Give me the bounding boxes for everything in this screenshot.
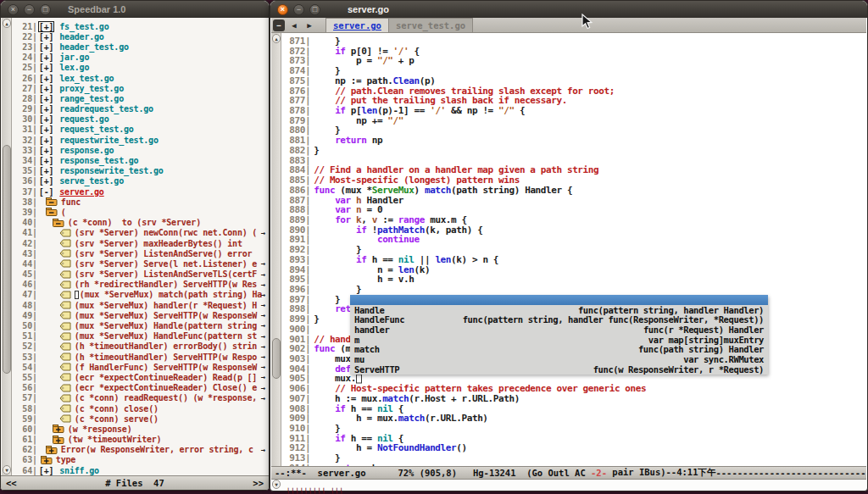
speedbar-file-label[interactable]: fs_test.go — [59, 22, 108, 31]
speedbar-tag-label[interactable]: (c *conn) serve() — [75, 414, 159, 424]
speedbar-row[interactable]: 23|[+]header_test.go — [14, 42, 266, 52]
speedbar-file-label[interactable]: header.go — [59, 32, 103, 42]
tag-icon[interactable] — [59, 414, 71, 423]
speedbar-titlebar[interactable]: × − □ Speedbar 1.0 — [1, 1, 269, 18]
speedbar-row[interactable]: 64|[+]sniff.go — [14, 465, 266, 475]
speedbar-tag-label[interactable]: (mux *ServeMux) match(path string) Ha — [80, 290, 262, 299]
tag-icon[interactable] — [59, 332, 71, 341]
expand-icon[interactable]: [+] — [39, 104, 56, 114]
tag-icon[interactable] — [59, 239, 71, 247]
speedbar-row[interactable]: 30|[+]request.go — [14, 114, 266, 125]
speedbar-tag-label[interactable]: Error(w ResponseWriter, error string, c — [61, 445, 253, 454]
tag-icon[interactable] — [59, 311, 71, 319]
speedbar-tag-label[interactable]: (srv *Server) newConn(rwc net.Conn) ( — [75, 228, 257, 237]
speedbar-row[interactable]: 37|[-]server.go — [14, 186, 266, 197]
speedbar-tag-label[interactable]: (ecr *expectContinueReader) Close() e — [75, 383, 257, 392]
expand-icon[interactable]: [+] — [39, 125, 56, 134]
speedbar-tag-label[interactable]: (srv *Server) ListenAndServeTLS(certF — [75, 269, 257, 279]
speedbar-row[interactable]: 51|(mux *ServeMux) HandleFunc(pattern st… — [14, 331, 266, 341]
speedbar-row[interactable]: 34|[+]response_test.go — [14, 155, 266, 165]
editor-titlebar[interactable]: × − □ server.go — [270, 1, 867, 18]
speedbar-row[interactable]: 32|[+]requestwrite_test.go — [14, 135, 266, 145]
expand-icon[interactable]: [+] — [39, 94, 56, 103]
speedbar-file-label[interactable]: request.go — [59, 114, 108, 124]
tag-icon[interactable] — [59, 322, 71, 330]
tag-icon[interactable] — [59, 394, 71, 402]
code-line[interactable]: 910| } — [282, 424, 866, 434]
code-line[interactable]: 896| } — [282, 285, 866, 295]
speedbar-row[interactable]: 52|(h *timeoutHandler) errorBody() strin… — [14, 341, 266, 352]
speedbar-row[interactable]: 49|(mux *ServeMux) ServeHTTP(w ResponseW… — [14, 310, 266, 320]
expand-icon[interactable]: [+] — [39, 176, 56, 186]
speedbar-row[interactable]: 28|[+]range_test.go — [14, 93, 266, 103]
speedbar-file-label[interactable]: lex.go — [59, 63, 89, 72]
tag-icon[interactable] — [59, 259, 71, 268]
speedbar-tag-label[interactable]: (mux *ServeMux) handler(r *Request) H — [75, 301, 257, 310]
speedbar-tag-label[interactable]: (h *timeoutHandler) errorBody() strin — [75, 341, 257, 351]
expand-icon[interactable]: [+] — [39, 74, 56, 83]
speedbar-tag-label[interactable]: type — [56, 455, 75, 464]
closed-folder-icon[interactable] — [53, 425, 64, 433]
expand-icon[interactable]: [+] — [39, 42, 56, 52]
code-line[interactable]: 886|func (mux *ServeMux) match(path stri… — [282, 186, 866, 196]
speedbar-row[interactable]: 36|[+]serve_test.go — [14, 176, 266, 186]
speedbar-row[interactable]: 58|(c *conn) close() — [14, 403, 266, 414]
speedbar-tag-label[interactable]: (srv *Server) ListenAndServe() error — [75, 249, 253, 258]
speedbar-tag-label[interactable]: ( — [61, 208, 66, 217]
speedbar-row[interactable]: 31|[+]request_test.go — [14, 125, 266, 135]
speedbar-tag-label[interactable]: (w *response) — [68, 425, 132, 434]
code-area[interactable]: ▲ 871| }872| if p[0] != '/' {873| p = "/… — [271, 33, 866, 469]
popup-candidate-row[interactable]: ServeHTTPfunc(w ResponseWriter, r *Reque… — [350, 364, 768, 375]
speedbar-tag-label[interactable]: (rh *redirectHandler) ServeHTTP(w Res — [75, 280, 257, 289]
popup-candidate-row[interactable]: mvar map[string]muxEntry — [350, 335, 768, 345]
speedbar-file-label[interactable]: responsewrite_test.go — [59, 166, 163, 175]
code-line[interactable]: 889| for k, v := range mux.m { — [282, 215, 866, 225]
speedbar-row[interactable]: 33|[+]response.go — [14, 145, 266, 155]
speedbar-file-label[interactable]: range_test.go — [59, 94, 124, 103]
collapse-icon[interactable]: [-] — [39, 187, 56, 197]
speedbar-file-label[interactable]: readrequest_test.go — [59, 104, 153, 114]
speedbar-row[interactable]: 55|(ecr *expectContinueReader) Read(p []… — [14, 372, 266, 382]
expand-icon[interactable]: [+] — [39, 63, 56, 72]
open-folder-icon[interactable] — [53, 219, 64, 227]
code-line[interactable]: 893| if h == nil || len(k) > n { — [282, 255, 866, 265]
speedbar-row[interactable]: 43|(srv *Server) ListenAndServe() error — [14, 248, 266, 258]
speedbar-row[interactable]: 45|(srv *Server) ListenAndServeTLS(certF… — [14, 269, 266, 280]
speedbar-row[interactable]: 47|(mux *ServeMux) match(path string) Ha… — [14, 290, 266, 300]
scroll-down-icon[interactable]: ▼ — [272, 480, 281, 489]
maximize-icon[interactable]: □ — [40, 4, 51, 15]
speedbar-row[interactable]: 46|(rh *redirectHandler) ServeHTTP(w Res… — [14, 280, 266, 290]
speedbar-tag-label[interactable]: (h *timeoutHandler) ServeHTTP(w Respo — [75, 352, 257, 362]
speedbar-row[interactable]: 24|[+]jar.go — [14, 53, 266, 63]
speedbar-row[interactable]: 26|[+]lex_test.go — [14, 73, 266, 83]
speedbar-tag-label[interactable]: (mux *ServeMux) HandleFunc(pattern st — [75, 331, 257, 341]
expand-icon[interactable]: [+] — [39, 32, 56, 42]
scroll-up-icon[interactable]: ▲ — [272, 34, 281, 43]
tag-icon[interactable] — [59, 363, 71, 371]
speedbar-file-label[interactable]: server.go — [59, 187, 103, 197]
speedbar-row[interactable]: 57|(c *conn) readRequest() (w *response,… — [14, 393, 266, 403]
speedbar-file-label[interactable]: serve_test.go — [59, 176, 124, 186]
code-line[interactable]: 912| h = NotFoundHandler() — [282, 443, 866, 453]
popup-candidate-row[interactable]: matchfunc(path string) Handler — [350, 345, 768, 355]
speedbar-file-label[interactable]: lex_test.go — [59, 74, 114, 83]
minimize-icon[interactable]: − — [24, 4, 35, 15]
editor-scrollbar-thumb[interactable] — [272, 338, 281, 379]
expand-icon[interactable]: [+] — [39, 466, 56, 475]
speedbar-row[interactable]: 35|[+]responsewrite_test.go — [14, 166, 266, 176]
tab-server-go[interactable]: server.go — [326, 18, 389, 32]
speedbar-file-label[interactable]: header_test.go — [59, 42, 129, 52]
tag-icon[interactable] — [59, 342, 71, 351]
speedbar-tag-label[interactable]: (mux *ServeMux) Handle(pattern string — [75, 321, 257, 330]
speedbar-tag-label[interactable]: (srv *Server) Serve(l net.Listener) e — [75, 259, 257, 269]
speedbar-row[interactable]: 62|Error(w ResponseWriter, error string,… — [14, 445, 266, 455]
scroll-up-icon[interactable]: ▲ — [3, 19, 11, 28]
tag-icon[interactable] — [59, 249, 71, 258]
speedbar-row[interactable]: 22|[+]header.go — [14, 31, 266, 42]
popup-candidate-row[interactable]: muvar sync.RWMutex — [350, 354, 768, 364]
closed-folder-icon[interactable] — [46, 446, 58, 454]
expand-icon[interactable]: [+] — [39, 136, 56, 145]
code-line[interactable]: 878| if p[len(p)-1] == '/' && np != "/" … — [282, 106, 866, 116]
editor-scrollbar[interactable]: ▲ — [271, 33, 281, 469]
speedbar-file-label[interactable]: response.go — [59, 146, 114, 155]
